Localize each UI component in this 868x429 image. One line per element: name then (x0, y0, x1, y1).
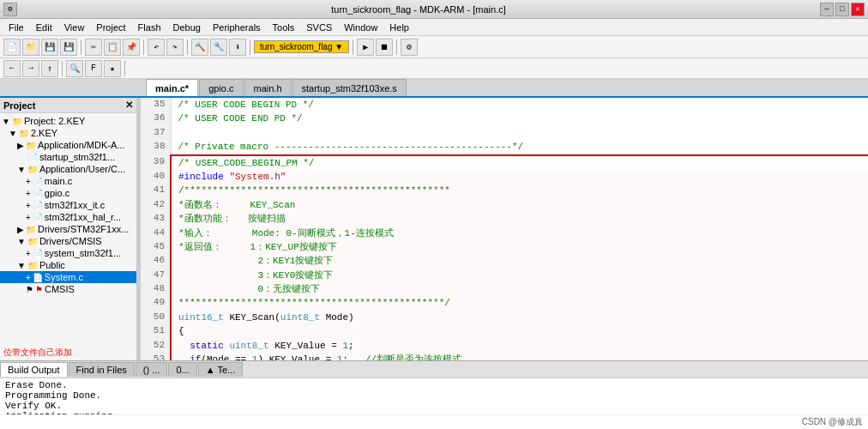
title-bar-controls: ⚙ (3, 3, 17, 16)
file-icon: 📄 (33, 249, 43, 258)
code-line[interactable]: /* USER_CODE_BEGIN_PM */ (171, 155, 868, 170)
open-button[interactable]: 📁 (22, 39, 39, 56)
code-line[interactable]: if(Mode == 1) KEY_Value = 1; //判断是否为连按模式 (171, 353, 868, 360)
tab-main-h[interactable]: main.h (244, 79, 292, 96)
code-line[interactable]: 0：无按键按下 (171, 282, 868, 296)
tree-stm32-hal[interactable]: + 📄 stm32f1xx_hal_r... (0, 211, 136, 223)
tb2-btn1[interactable]: ← (3, 60, 21, 77)
line-number: 37 (141, 126, 171, 140)
tree-drivers-stm[interactable]: ▶ 📁 Drivers/STM32F1xx... (0, 223, 136, 235)
tree-stm32-it[interactable]: + 📄 stm32f1xx_it.c (0, 199, 136, 211)
tb2-btn3[interactable]: ⇑ (41, 60, 58, 77)
menu-window[interactable]: Window (339, 21, 383, 34)
sep1 (81, 39, 81, 55)
code-line[interactable]: /***************************************… (171, 184, 868, 197)
menu-view[interactable]: View (59, 21, 90, 34)
code-table: 35 /* USER CODE BEGIN PD */ 36 /* USER C… (141, 98, 868, 360)
code-line[interactable]: *函数功能： 按键扫描 (171, 212, 868, 226)
menu-help[interactable]: Help (384, 21, 414, 34)
menu-tools[interactable]: Tools (268, 21, 300, 34)
table-row: 50 uint16_t KEY_Scan(uint8_t Mode) (141, 311, 868, 324)
menu-flash[interactable]: Flash (133, 21, 166, 34)
menu-svcs[interactable]: SVCS (301, 21, 337, 34)
line-number: 35 (141, 98, 171, 112)
tab-te[interactable]: ▲ Te... (198, 362, 244, 377)
tab-main-c[interactable]: main.c* (146, 79, 198, 96)
undo-button[interactable]: ↶ (148, 39, 165, 56)
code-line[interactable]: uint16_t KEY_Scan(uint8_t Mode) (171, 311, 868, 324)
line-number: 51 (141, 324, 171, 338)
maximize-button[interactable]: □ (835, 3, 849, 16)
menu-file[interactable]: File (3, 21, 29, 34)
settings-button[interactable]: ⚙ (401, 39, 418, 56)
debug-stop[interactable]: ⏹ (376, 39, 393, 56)
copy-button[interactable]: 📋 (104, 39, 121, 56)
rebuild-button[interactable]: 🔧 (210, 39, 227, 56)
tab-build-output[interactable]: Build Output (0, 362, 68, 377)
code-line[interactable]: *输入： Mode: 0-间断模式，1-连按模式 (171, 227, 868, 240)
code-line[interactable]: 2：KEY1按键按下 (171, 254, 868, 268)
code-editor[interactable]: 35 /* USER CODE BEGIN PD */ 36 /* USER C… (141, 98, 868, 360)
sep3 (187, 39, 188, 55)
flag-dropdown[interactable]: turn_sickroom_flag ▼ (254, 40, 349, 53)
tab-startup[interactable]: startup_stm32f103xe.s (292, 79, 407, 96)
code-line[interactable]: /* USER CODE END PD */ (171, 112, 868, 125)
paste-button[interactable]: 📌 (123, 39, 140, 56)
menu-edit[interactable]: Edit (31, 21, 57, 34)
minimize-button[interactable]: ─ (820, 3, 834, 16)
code-line[interactable]: static uint8_t KEY_Value = 1; (171, 339, 868, 353)
code-line[interactable]: 3：KEY0按键按下 (171, 269, 868, 282)
bottom-tab-bar: Build Output Find in Files () ... 0... ▲… (0, 361, 868, 378)
tree-public[interactable]: ▼ 📁 Public (0, 259, 136, 271)
tb2-btn2[interactable]: → (22, 60, 39, 77)
tree-app-mdk[interactable]: ▶ 📁 Application/MDK-A... (0, 139, 136, 151)
tree-startup[interactable]: 📄 startup_stm32f1... (0, 151, 136, 163)
redo-button[interactable]: ↷ (166, 39, 184, 56)
sidebar-close-icon[interactable]: ✕ (125, 100, 133, 111)
tree-main-c[interactable]: + 📄 main.c (0, 175, 136, 187)
toolbar-1: 📄 📁 💾 💾 ✂ 📋 📌 ↶ ↷ 🔨 🔧 ⬇ turn_sickroom_fl… (0, 36, 868, 58)
cut-button[interactable]: ✂ (85, 39, 102, 56)
code-line[interactable]: /* USER CODE BEGIN PD */ (171, 98, 868, 112)
tab-find-files[interactable]: Find in Files (69, 362, 135, 377)
tab-gpio-c[interactable]: gpio.c (199, 79, 243, 96)
tree-drivers-cmsis[interactable]: ▼ 📁 Drivers/CMSIS (0, 235, 136, 247)
menu-debug[interactable]: Debug (168, 21, 206, 34)
file-icon: 📄 (33, 273, 43, 282)
tree-app-user[interactable]: ▼ 📁 Application/User/C... (0, 163, 136, 175)
find-button[interactable]: F (85, 60, 102, 77)
tree-system[interactable]: + 📄 system_stm32f1... (0, 247, 136, 259)
new-file-button[interactable]: 📄 (3, 39, 21, 56)
search-button[interactable]: 🔍 (66, 60, 83, 77)
table-row: 53 if(Mode == 1) KEY_Value = 1; //判断是否为连… (141, 353, 868, 360)
code-line[interactable]: ****************************************… (171, 296, 868, 310)
build-button[interactable]: 🔨 (191, 39, 208, 56)
table-row: 51 { (141, 324, 868, 338)
code-line[interactable]: { (171, 324, 868, 338)
code-line[interactable]: #include "System.h" (171, 170, 868, 184)
save-button[interactable]: 💾 (41, 39, 58, 56)
tab-0[interactable]: 0... (168, 362, 196, 377)
bookmark-button[interactable]: ★ (104, 60, 121, 77)
tree-gpio-c[interactable]: + 📄 gpio.c (0, 187, 136, 199)
tree-system-c[interactable]: + 📄 System.c (0, 271, 136, 283)
line-number: 41 (141, 184, 171, 197)
expand-icon: ▼ (2, 117, 10, 126)
save-all-button[interactable]: 💾 (60, 39, 77, 56)
code-line[interactable]: *函数名： KEY_Scan (171, 198, 868, 212)
table-row: 52 static uint8_t KEY_Value = 1; (141, 339, 868, 353)
menu-project[interactable]: Project (91, 21, 130, 34)
tree-label: Public (39, 260, 65, 270)
load-button[interactable]: ⬇ (229, 39, 246, 56)
tree-cmsis[interactable]: ⚑ ⚑ CMSIS (0, 283, 136, 295)
menu-peripherals[interactable]: Peripherals (208, 21, 266, 34)
main-area: Project ✕ ▼ 📁 Project: 2.KEY ▼ 📁 2.KEY ▶… (0, 98, 868, 360)
debug-start[interactable]: ▶ (357, 39, 374, 56)
close-button[interactable]: ✕ (851, 3, 865, 16)
code-line[interactable] (171, 126, 868, 140)
code-line[interactable]: /* Private macro -----------------------… (171, 140, 868, 154)
tab-func[interactable]: () ... (136, 362, 168, 377)
code-line[interactable]: *返回值： 1：KEY_UP按键按下 (171, 240, 868, 254)
tree-project-root[interactable]: ▼ 📁 Project: 2.KEY (0, 115, 136, 127)
tree-2key[interactable]: ▼ 📁 2.KEY (0, 127, 136, 139)
